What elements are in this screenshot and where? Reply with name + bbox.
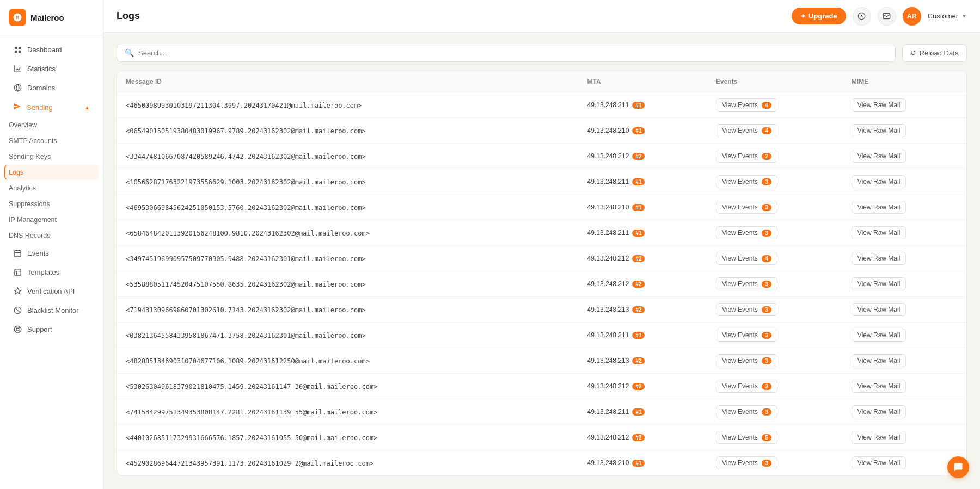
search-input[interactable]	[138, 49, 887, 57]
sidebar-subitem-logs[interactable]: Logs	[4, 165, 99, 180]
sidebar-item-sending[interactable]: Sending ▲	[4, 97, 99, 117]
mta-ip: 49.13.248.212	[587, 280, 629, 288]
view-events-button[interactable]: View Events 4	[716, 98, 777, 112]
view-events-button[interactable]: View Events 3	[716, 303, 777, 316]
cell-message-id: <535888051174520475107550.8635.202431623…	[117, 271, 579, 297]
cell-mta: 49.13.248.210 #1	[579, 118, 707, 144]
view-events-button[interactable]: View Events 3	[716, 456, 777, 469]
cell-mta: 49.13.248.213 #2	[579, 348, 707, 374]
sidebar-subitem-ip-management[interactable]: IP Management	[4, 212, 99, 227]
view-events-button[interactable]: View Events 3	[716, 354, 777, 367]
table-row: <440102685117329931666576.1857.202431610…	[117, 425, 966, 450]
svg-point-9	[16, 328, 19, 331]
cell-mta: 49.13.248.211 #1	[579, 220, 707, 246]
view-events-button[interactable]: View Events 3	[716, 226, 777, 239]
cell-mime: View Raw Mail	[843, 348, 966, 374]
view-raw-mail-button[interactable]: View Raw Mail	[852, 124, 906, 137]
mta-ip: 49.13.248.210	[587, 127, 629, 134]
mta-ip: 49.13.248.212	[587, 382, 629, 390]
reload-button[interactable]: ↺ Reload Data	[902, 44, 967, 62]
view-raw-mail-button[interactable]: View Raw Mail	[852, 252, 906, 265]
subitem-label: Analytics	[9, 184, 36, 192]
search-box[interactable]: 🔍	[117, 44, 896, 62]
sidebar-item-label: Events	[27, 249, 49, 257]
message-id-value: <065490150519380483019967.9789.202431623…	[126, 127, 366, 135]
sidebar-item-domains[interactable]: Domains	[4, 78, 99, 97]
chat-button[interactable]	[947, 456, 969, 478]
view-raw-mail-button[interactable]: View Raw Mail	[852, 277, 906, 290]
sidebar-subitem-smtp[interactable]: SMTP Accounts	[4, 133, 99, 148]
message-id-value: <741534299751349353808147.2281.202431611…	[126, 408, 377, 416]
cell-message-id: <065490150519380483019967.9789.202431623…	[117, 118, 579, 144]
message-id-value: <482885134690310704677106.1089.202431612…	[126, 357, 370, 365]
view-events-button[interactable]: View Events 5	[716, 431, 777, 444]
sidebar-item-dashboard[interactable]: Dashboard	[4, 40, 99, 59]
logo-area: Maileroo	[0, 0, 103, 35]
view-raw-mail-button[interactable]: View Raw Mail	[852, 303, 906, 316]
view-raw-mail-button[interactable]: View Raw Mail	[852, 98, 906, 112]
view-raw-mail-button[interactable]: View Raw Mail	[852, 405, 906, 418]
upgrade-button[interactable]: ✦ Upgrade	[792, 8, 846, 24]
cell-mta: 49.13.248.212 #2	[579, 144, 707, 169]
view-events-button[interactable]: View Events 3	[716, 201, 777, 214]
cell-mime: View Raw Mail	[843, 297, 966, 323]
sidebar-item-verification[interactable]: Verification API	[4, 282, 99, 300]
message-id-value: <469530669845624251050153.5760.202431623…	[126, 204, 366, 212]
col-header-mime: MIME	[843, 71, 966, 92]
view-events-button[interactable]: View Events 3	[716, 329, 777, 342]
view-events-button[interactable]: View Events 3	[716, 405, 777, 418]
user-menu[interactable]: Customer ▼	[928, 12, 967, 20]
mta-ip: 49.13.248.210	[587, 203, 629, 211]
cell-mta: 49.13.248.211 #1	[579, 92, 707, 118]
svg-rect-6	[14, 269, 20, 275]
notifications-button[interactable]	[853, 7, 871, 26]
mta-ip: 49.13.248.213	[587, 357, 629, 364]
view-events-button[interactable]: View Events 4	[716, 252, 777, 265]
sidebar-subitem-dns-records[interactable]: DNS Records	[4, 228, 99, 243]
view-events-button[interactable]: View Events 3	[716, 277, 777, 290]
view-raw-mail-button[interactable]: View Raw Mail	[852, 226, 906, 239]
sidebar-item-blacklist[interactable]: Blacklist Monitor	[4, 301, 99, 319]
avatar[interactable]: AR	[903, 7, 921, 26]
sidebar-subitem-overview[interactable]: Overview	[4, 117, 99, 133]
sidebar-item-support[interactable]: Support	[4, 320, 99, 338]
view-raw-mail-button[interactable]: View Raw Mail	[852, 431, 906, 444]
sidebar-item-label: Dashboard	[27, 46, 62, 54]
view-raw-mail-button[interactable]: View Raw Mail	[852, 380, 906, 393]
subitem-label: Overview	[9, 121, 37, 129]
view-events-button[interactable]: View Events 2	[716, 150, 777, 163]
col-header-events: Events	[707, 71, 843, 92]
sending-icon	[13, 102, 21, 112]
cell-mta: 49.13.248.211 #1	[579, 169, 707, 195]
mta-ip: 49.13.248.211	[587, 229, 629, 237]
view-events-button[interactable]: View Events 3	[716, 175, 777, 188]
view-raw-mail-button[interactable]: View Raw Mail	[852, 150, 906, 163]
sidebar-subitem-sending-keys[interactable]: Sending Keys	[4, 149, 99, 164]
blacklist-icon	[13, 306, 22, 314]
sidebar-item-events[interactable]: Events	[4, 244, 99, 262]
mta-badge: #2	[632, 306, 645, 313]
sidebar-subitem-suppressions[interactable]: Suppressions	[4, 196, 99, 212]
cell-mime: View Raw Mail	[843, 246, 966, 271]
view-raw-mail-button[interactable]: View Raw Mail	[852, 175, 906, 188]
sidebar-item-templates[interactable]: Templates	[4, 263, 99, 281]
table-row: <535888051174520475107550.8635.202431623…	[117, 271, 966, 297]
view-events-button[interactable]: View Events 4	[716, 124, 777, 137]
mail-button[interactable]	[878, 7, 896, 26]
view-raw-mail-button[interactable]: View Raw Mail	[852, 354, 906, 367]
message-id-value: <535888051174520475107550.8635.202431623…	[126, 281, 366, 288]
mta-badge: #1	[632, 408, 645, 416]
sidebar-subitem-analytics[interactable]: Analytics	[4, 181, 99, 196]
verification-icon	[13, 287, 22, 295]
view-events-button[interactable]: View Events 3	[716, 380, 777, 393]
view-raw-mail-button[interactable]: View Raw Mail	[852, 456, 906, 469]
table-row: <349745196990957509770905.9488.202431623…	[117, 246, 966, 271]
cell-events: View Events 3	[707, 195, 843, 220]
svg-rect-11	[883, 14, 890, 19]
view-raw-mail-button[interactable]: View Raw Mail	[852, 201, 906, 214]
cell-message-id: <469530669845624251050153.5760.202431623…	[117, 195, 579, 220]
sidebar-item-statistics[interactable]: Statistics	[4, 59, 99, 78]
cell-events: View Events 3	[707, 450, 843, 476]
message-id-value: <452902869644721343957391.1173.202431610…	[126, 460, 373, 467]
view-raw-mail-button[interactable]: View Raw Mail	[852, 329, 906, 342]
